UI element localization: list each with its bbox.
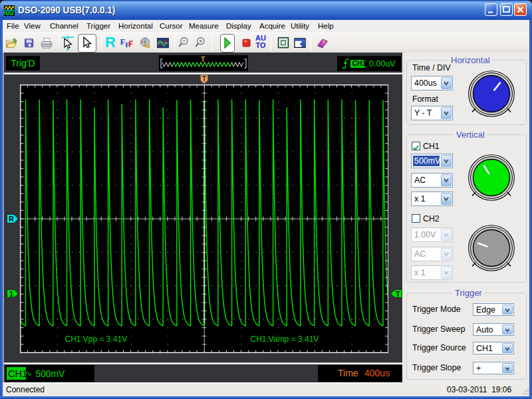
svg-text:T: T [396, 290, 400, 298]
svg-text:1: 1 [9, 290, 13, 298]
svg-text:T: T [202, 75, 206, 82]
svg-text:R: R [9, 215, 14, 223]
svg-text:CH1:Vpp = 3.41V: CH1:Vpp = 3.41V [65, 334, 127, 344]
svg-text:CH1: CH1 [8, 368, 27, 379]
svg-text:CH1:Vamp = 3.41V: CH1:Vamp = 3.41V [250, 334, 319, 344]
svg-text:500mV: 500mV [36, 369, 66, 379]
svg-text:0.00uV: 0.00uV [369, 59, 396, 68]
svg-text:CH1: CH1 [352, 59, 366, 67]
